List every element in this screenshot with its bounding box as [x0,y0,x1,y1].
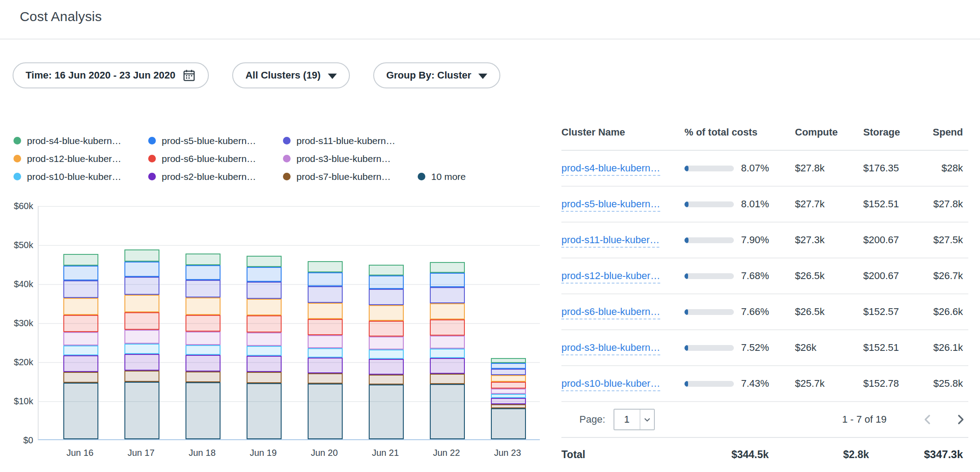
bar-segment[interactable] [124,295,159,312]
bar-segment[interactable] [491,358,526,363]
bar-segment[interactable] [430,358,465,374]
bar-segment[interactable] [185,355,221,371]
group-by-dropdown[interactable]: Group By: Cluster [373,62,500,88]
bar-segment[interactable] [185,265,221,280]
bar-segment[interactable] [369,375,404,385]
bar-segment[interactable] [308,286,343,303]
cluster-name-link[interactable]: prod-s4-blue-kubern… [561,162,660,176]
bar-segment[interactable] [185,371,221,382]
bar-segment[interactable] [63,383,98,439]
bar-segment[interactable] [308,358,343,373]
bar-segment[interactable] [491,394,526,398]
bar-segment[interactable] [63,355,98,372]
legend-item[interactable]: prod-s2-blue-kubern… [148,171,283,182]
bar-segment[interactable] [185,345,221,355]
legend-item[interactable]: prod-s10-blue-kuber… [13,171,148,182]
bar-segment[interactable] [124,371,159,382]
legend-item[interactable]: prod-s4-blue-kubern… [13,135,148,146]
bar-segment[interactable] [308,384,343,439]
bar-segment[interactable] [430,374,465,384]
previous-page-button[interactable] [921,412,935,427]
bar-segment[interactable] [430,349,465,358]
bar-segment[interactable] [491,398,526,404]
cluster-name-link[interactable]: prod-s12-blue-kuber… [561,270,660,284]
bar-segment[interactable] [247,282,282,299]
bar-segment[interactable] [308,348,343,358]
bar-segment[interactable] [247,299,282,315]
bar-segment[interactable] [63,332,98,345]
bar-segment[interactable] [491,375,526,382]
bar-segment[interactable] [185,253,221,265]
bar-segment[interactable] [369,321,404,337]
bar-segment[interactable] [369,359,404,375]
bar-segment[interactable] [185,332,221,345]
legend-item[interactable]: prod-s3-blue-kubern… [283,153,391,164]
bar-segment[interactable] [63,280,98,298]
time-range-filter[interactable]: Time: 16 Jun 2020 - 23 Jun 2020 [13,62,209,88]
bar-segment[interactable] [430,303,465,319]
bar-segment[interactable] [124,312,159,329]
bar-segment[interactable] [369,275,404,289]
bar-segment[interactable] [308,373,343,384]
bar-segment[interactable] [185,280,221,297]
bar-segment[interactable] [63,254,98,266]
bar-segment[interactable] [124,262,159,277]
legend-item[interactable]: prod-s5-blue-kubern… [148,135,283,146]
bar-segment[interactable] [247,315,282,332]
cluster-name-link[interactable]: prod-s6-blue-kubern… [561,306,660,319]
bar-segment[interactable] [124,344,159,354]
clusters-filter-dropdown[interactable]: All Clusters (19) [232,62,350,88]
bar-segment[interactable] [308,319,343,335]
page-select[interactable]: 1 [614,409,655,430]
bar-segment[interactable] [63,298,98,315]
cluster-name-link[interactable]: prod-s5-blue-kubern… [561,198,660,212]
legend-item[interactable]: 10 more [418,171,466,182]
bar-segment[interactable] [430,287,465,304]
bar-segment[interactable] [247,346,282,356]
bar-segment[interactable] [430,273,465,287]
bar-segment[interactable] [124,330,159,344]
bar-segment[interactable] [430,262,465,273]
bar-segment[interactable] [63,315,98,332]
legend-item[interactable]: prod-s12-blue-kuber… [13,153,148,164]
bar-segment[interactable] [308,335,343,349]
bar-segment[interactable] [369,385,404,439]
bar-segment[interactable] [491,389,526,394]
bar-segment[interactable] [63,372,98,383]
next-page-button[interactable] [953,412,967,427]
bar-segment[interactable] [369,265,404,275]
bar-segment[interactable] [369,289,404,305]
bar-segment[interactable] [369,350,404,359]
cluster-name-link[interactable]: prod-s3-blue-kubern… [561,342,660,355]
bar-segment[interactable] [491,363,526,369]
bar-segment[interactable] [308,303,343,319]
bar-segment[interactable] [430,336,465,349]
legend-item[interactable]: prod-s11-blue-kubern… [283,135,395,146]
bar-segment[interactable] [430,384,465,439]
bar-segment[interactable] [185,315,221,332]
bar-segment[interactable] [369,305,404,321]
bar-segment[interactable] [247,372,282,383]
bar-segment[interactable] [491,369,526,376]
cluster-name-link[interactable]: prod-s11-blue-kuber… [561,234,659,248]
legend-item[interactable]: prod-s6-blue-kubern… [148,153,283,164]
bar-segment[interactable] [247,256,282,267]
legend-item[interactable]: prod-s7-blue-kubern… [283,171,418,182]
cluster-name-link[interactable]: prod-s10-blue-kuber… [561,378,660,391]
bar-segment[interactable] [124,354,159,371]
bar-segment[interactable] [247,356,282,372]
bar-segment[interactable] [185,297,221,315]
bar-segment[interactable] [491,382,526,389]
bar-segment[interactable] [124,382,159,439]
bar-segment[interactable] [63,345,98,355]
bar-segment[interactable] [124,277,159,295]
bar-segment[interactable] [124,249,159,262]
bar-segment[interactable] [247,383,282,439]
bar-segment[interactable] [185,382,221,439]
bar-segment[interactable] [247,267,282,281]
bar-segment[interactable] [369,337,404,350]
bar-segment[interactable] [491,408,526,439]
bar-segment[interactable] [63,266,98,280]
bar-segment[interactable] [308,272,343,286]
bar-segment[interactable] [308,261,343,272]
